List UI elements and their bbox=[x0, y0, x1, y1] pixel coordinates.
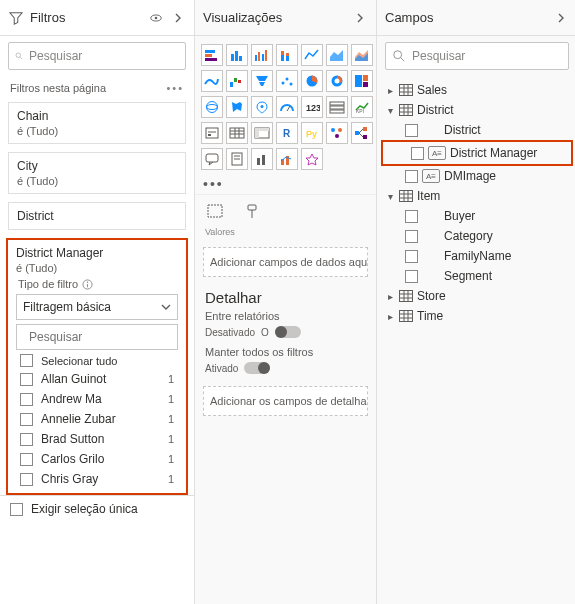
filter-value-row[interactable]: Brad Sutton1 bbox=[10, 429, 184, 449]
filter-card-city[interactable]: City é (Tudo) bbox=[8, 152, 186, 194]
viz-type-icon[interactable] bbox=[201, 44, 223, 66]
viz-type-icon[interactable]: R bbox=[276, 122, 298, 144]
format-icon[interactable] bbox=[241, 203, 263, 225]
keep-all-toggle[interactable] bbox=[244, 362, 270, 374]
svg-rect-65 bbox=[355, 131, 359, 135]
values-well[interactable]: Adicionar campos de dados aqui bbox=[203, 247, 368, 277]
viz-type-icon[interactable] bbox=[201, 96, 223, 118]
filter-value-row[interactable]: Carlos Grilo1 bbox=[10, 449, 184, 469]
field-dmimage[interactable]: A≡ DMImage bbox=[377, 166, 575, 186]
field-segment[interactable]: Segment bbox=[377, 266, 575, 286]
checkbox[interactable] bbox=[20, 373, 33, 386]
viz-type-icon[interactable] bbox=[326, 70, 348, 92]
field-district[interactable]: District bbox=[377, 120, 575, 140]
viz-more[interactable]: ••• bbox=[195, 174, 376, 194]
filter-value-row[interactable]: Andrew Ma1 bbox=[10, 389, 184, 409]
table-store[interactable]: ▸ Store bbox=[377, 286, 575, 306]
viz-type-icon[interactable] bbox=[276, 44, 298, 66]
field-buyer[interactable]: Buyer bbox=[377, 206, 575, 226]
checkbox[interactable] bbox=[405, 210, 418, 223]
filter-value-row[interactable]: Annelie Zubar1 bbox=[10, 409, 184, 429]
info-icon[interactable] bbox=[82, 279, 93, 290]
viz-type-icon[interactable] bbox=[251, 96, 273, 118]
filter-values-search[interactable] bbox=[16, 324, 178, 350]
viz-type-icon[interactable] bbox=[251, 70, 273, 92]
field-category[interactable]: Category bbox=[377, 226, 575, 246]
viz-type-icon[interactable] bbox=[301, 44, 323, 66]
viz-type-icon[interactable] bbox=[276, 148, 298, 170]
table-sales[interactable]: ▸ Sales bbox=[377, 80, 575, 100]
table-district[interactable]: ▾ District bbox=[377, 100, 575, 120]
viz-type-icon[interactable] bbox=[226, 148, 248, 170]
fields-search-input[interactable] bbox=[412, 49, 562, 63]
checkbox[interactable] bbox=[405, 124, 418, 137]
chevron-right-icon[interactable] bbox=[553, 10, 569, 26]
svg-point-40 bbox=[207, 102, 218, 113]
filter-values-search-input[interactable] bbox=[29, 330, 179, 344]
viz-type-icon[interactable] bbox=[201, 70, 223, 92]
viz-type-icon[interactable] bbox=[351, 122, 373, 144]
cross-report-label: Entre relatórios bbox=[195, 308, 376, 324]
filter-value-row[interactable]: Allan Guinot1 bbox=[10, 369, 184, 389]
checkbox[interactable] bbox=[20, 354, 33, 367]
viz-type-icon[interactable] bbox=[301, 70, 323, 92]
more-icon[interactable]: ••• bbox=[166, 82, 184, 94]
viz-type-icon[interactable] bbox=[226, 44, 248, 66]
viz-type-icon[interactable] bbox=[201, 148, 223, 170]
viz-type-icon[interactable] bbox=[276, 70, 298, 92]
filter-value-row[interactable]: Chris Gray1 bbox=[10, 469, 184, 489]
chevron-right-icon[interactable] bbox=[170, 10, 186, 26]
checkbox[interactable] bbox=[20, 433, 33, 446]
viz-type-icon[interactable] bbox=[251, 122, 273, 144]
viz-type-icon[interactable] bbox=[226, 122, 248, 144]
viz-type-icon[interactable] bbox=[301, 148, 323, 170]
svg-rect-18 bbox=[265, 50, 267, 61]
svg-rect-9 bbox=[205, 50, 215, 53]
svg-point-32 bbox=[286, 78, 289, 81]
checkbox[interactable] bbox=[405, 230, 418, 243]
viz-type-icon[interactable] bbox=[276, 96, 298, 118]
filter-card-district[interactable]: District bbox=[8, 202, 186, 230]
checkbox[interactable] bbox=[411, 147, 424, 160]
viz-type-icon[interactable] bbox=[351, 70, 373, 92]
filter-card-district-manager[interactable]: District Manager é (Tudo) bbox=[10, 242, 184, 276]
checkbox[interactable] bbox=[20, 393, 33, 406]
viz-type-icon[interactable] bbox=[251, 44, 273, 66]
checkbox[interactable] bbox=[405, 250, 418, 263]
filters-search-input[interactable] bbox=[29, 49, 179, 63]
checkbox[interactable] bbox=[405, 270, 418, 283]
viz-type-icon[interactable] bbox=[326, 122, 348, 144]
checkbox[interactable] bbox=[10, 503, 23, 516]
filters-search[interactable] bbox=[8, 42, 186, 70]
viz-type-icon[interactable] bbox=[351, 44, 373, 66]
chevron-right-icon[interactable] bbox=[352, 10, 368, 26]
viz-type-icon[interactable]: 123 bbox=[301, 96, 323, 118]
filter-type-dropdown[interactable]: Filtragem básica bbox=[16, 294, 178, 320]
checkbox[interactable] bbox=[405, 170, 418, 183]
field-familyname[interactable]: FamilyName bbox=[377, 246, 575, 266]
require-single-selection[interactable]: Exigir seleção única bbox=[0, 495, 194, 522]
fields-well-icon[interactable] bbox=[205, 203, 227, 225]
select-all-row[interactable]: Selecionar tudo bbox=[10, 352, 184, 369]
table-item[interactable]: ▾ Item bbox=[377, 186, 575, 206]
field-district-manager[interactable]: A≡ District Manager bbox=[407, 143, 569, 163]
viz-type-icon[interactable]: Py bbox=[301, 122, 323, 144]
viz-type-icon[interactable]: KPI bbox=[351, 96, 373, 118]
checkbox[interactable] bbox=[20, 473, 33, 486]
svg-text:R: R bbox=[283, 128, 291, 139]
filter-card-chain[interactable]: Chain é (Tudo) bbox=[8, 102, 186, 144]
viz-type-icon[interactable] bbox=[326, 44, 348, 66]
svg-rect-17 bbox=[262, 54, 264, 61]
table-time[interactable]: ▸ Time bbox=[377, 306, 575, 326]
cross-report-toggle[interactable] bbox=[275, 326, 301, 338]
viz-type-icon[interactable] bbox=[326, 96, 348, 118]
viz-type-icon[interactable] bbox=[226, 96, 248, 118]
drill-well[interactable]: Adicionar os campos de detalhamento aqui bbox=[203, 386, 368, 416]
viz-type-icon[interactable] bbox=[251, 148, 273, 170]
checkbox[interactable] bbox=[20, 453, 33, 466]
checkbox[interactable] bbox=[20, 413, 33, 426]
viz-type-icon[interactable] bbox=[201, 122, 223, 144]
eye-icon[interactable] bbox=[148, 10, 164, 26]
viz-type-icon[interactable] bbox=[226, 70, 248, 92]
fields-search[interactable] bbox=[385, 42, 569, 70]
